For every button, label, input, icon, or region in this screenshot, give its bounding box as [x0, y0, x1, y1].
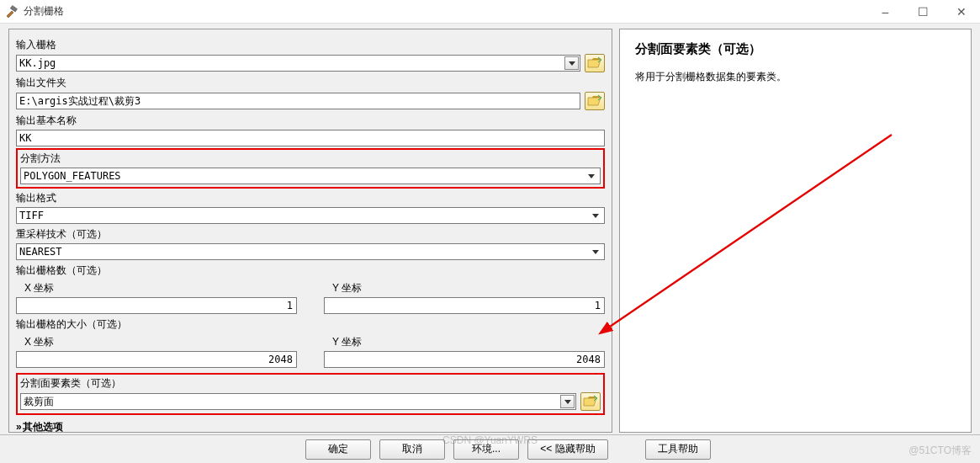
chevron-down-icon[interactable]	[560, 395, 575, 408]
output-format-select[interactable]: TIFF	[16, 207, 605, 224]
ok-button[interactable]: 确定	[305, 439, 371, 460]
svg-rect-0	[10, 5, 17, 11]
folder-open-icon	[583, 395, 598, 408]
raster-size-x-input[interactable]: 2048	[16, 351, 297, 368]
split-fc-value: 裁剪面	[24, 395, 54, 409]
input-raster-value: KK.jpg	[19, 57, 56, 69]
browse-output-folder-button[interactable]	[585, 92, 605, 110]
output-format-value: TIFF	[19, 210, 44, 221]
num-rasters-x-label: X 坐标	[24, 281, 297, 295]
raster-size-label: 输出栅格的大小（可选）	[16, 317, 605, 332]
num-rasters-label: 输出栅格数（可选）	[16, 263, 605, 278]
output-basename-input[interactable]: KK	[16, 130, 605, 146]
num-rasters-x-input[interactable]: 1	[16, 297, 297, 314]
split-method-label: 分割方法	[20, 152, 601, 166]
split-fc-combo[interactable]: 裁剪面	[20, 393, 576, 410]
browse-split-fc-button[interactable]	[580, 392, 601, 411]
split-method-highlight: 分割方法 POLYGON_FEATURES	[16, 148, 605, 189]
hammer-icon	[5, 5, 19, 19]
help-body: 将用于分割栅格数据集的要素类。	[635, 69, 956, 85]
close-button[interactable]: ✕	[942, 0, 980, 24]
environments-button[interactable]: 环境...	[453, 439, 519, 460]
split-method-value: POLYGON_FEATURES	[24, 170, 121, 182]
other-options-expander[interactable]: 其他选项	[16, 420, 605, 433]
chevron-down-icon[interactable]	[564, 56, 579, 70]
resample-value: NEAREST	[19, 246, 62, 258]
window-title: 分割栅格	[24, 4, 64, 19]
minimize-button[interactable]: –	[866, 0, 904, 24]
split-method-select[interactable]: POLYGON_FEATURES	[20, 168, 601, 184]
input-raster-combo[interactable]: KK.jpg	[16, 55, 580, 72]
form-pane: 输入栅格 KK.jpg 输出文件夹 E:\argis实战过程\裁剪3 输出基本名…	[8, 29, 612, 433]
num-rasters-y-label: Y 坐标	[332, 281, 605, 295]
content-area: 输入栅格 KK.jpg 输出文件夹 E:\argis实战过程\裁剪3 输出基本名…	[0, 24, 980, 434]
button-bar: 确定 取消 环境... << 隐藏帮助 工具帮助	[0, 434, 980, 463]
resample-label: 重采样技术（可选）	[16, 227, 605, 242]
help-title: 分割面要素类（可选）	[635, 41, 956, 57]
browse-input-raster-button[interactable]	[585, 54, 605, 72]
split-fc-highlight: 分割面要素类（可选） 裁剪面	[16, 373, 605, 415]
raster-size-y-label: Y 坐标	[332, 335, 605, 349]
window-controls: – ☐ ✕	[866, 0, 980, 24]
folder-open-icon	[587, 56, 602, 70]
output-basename-label: 输出基本名称	[16, 114, 605, 128]
resample-select[interactable]: NEAREST	[16, 243, 605, 260]
hide-help-button[interactable]: << 隐藏帮助	[527, 439, 608, 460]
output-folder-label: 输出文件夹	[16, 76, 605, 90]
num-rasters-y-input[interactable]: 1	[324, 297, 605, 314]
help-pane: 分割面要素类（可选） 将用于分割栅格数据集的要素类。	[619, 29, 972, 433]
tool-help-button[interactable]: 工具帮助	[645, 439, 711, 460]
output-folder-input[interactable]: E:\argis实战过程\裁剪3	[16, 93, 580, 109]
output-format-label: 输出格式	[16, 191, 605, 205]
maximize-button[interactable]: ☐	[904, 0, 942, 24]
raster-size-y-input[interactable]: 2048	[324, 351, 605, 368]
split-fc-label: 分割面要素类（可选）	[20, 376, 601, 391]
cancel-button[interactable]: 取消	[379, 439, 445, 460]
titlebar: 分割栅格 – ☐ ✕	[0, 0, 980, 24]
input-raster-label: 输入栅格	[16, 38, 605, 52]
output-basename-value: KK	[19, 132, 31, 144]
folder-open-icon	[587, 94, 602, 108]
output-folder-value: E:\argis实战过程\裁剪3	[19, 94, 140, 109]
raster-size-x-label: X 坐标	[24, 335, 297, 349]
